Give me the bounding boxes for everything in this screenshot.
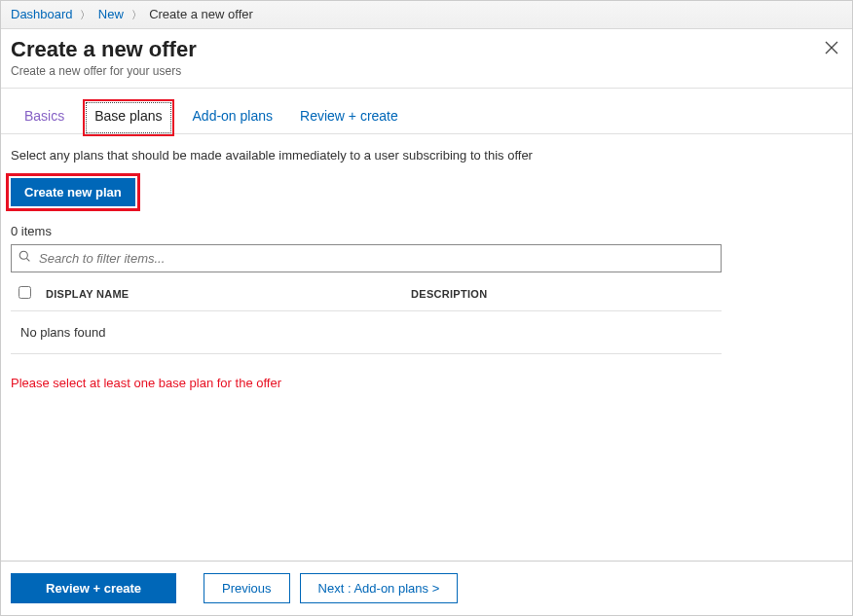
table-body: No plans found [11,311,722,354]
breadcrumb-item-current: Create a new offer [149,7,253,21]
previous-button[interactable]: Previous [204,573,290,603]
svg-point-2 [19,251,27,259]
breadcrumb: Dashboard 〉 New 〉 Create a new offer [1,1,852,29]
table-header-row: DISPLAY NAME DESCRIPTION [11,276,722,311]
column-display-name[interactable]: DISPLAY NAME [46,288,411,300]
empty-state-text: No plans found [11,311,722,353]
main-content: Select any plans that should be made ava… [1,134,852,400]
next-button[interactable]: Next : Add-on plans > [300,573,459,603]
validation-error: Please select at least one base plan for… [11,376,842,390]
search-icon [19,250,31,266]
tab-review[interactable]: Review + create [294,102,404,133]
tab-addon-plans[interactable]: Add-on plans [187,102,279,133]
svg-line-3 [26,258,29,261]
select-all-cell [19,286,46,301]
breadcrumb-item-dashboard[interactable]: Dashboard [11,7,73,21]
filter-input[interactable] [11,244,722,272]
chevron-right-icon: 〉 [131,9,142,20]
close-icon[interactable] [825,39,838,59]
chevron-right-icon: 〉 [80,9,91,20]
column-description[interactable]: DESCRIPTION [411,288,714,300]
tab-basics[interactable]: Basics [19,102,70,133]
select-all-checkbox[interactable] [19,286,31,299]
page-header: Create a new offer Create a new offer fo… [1,29,852,89]
page-title: Create a new offer [11,37,842,62]
review-create-button[interactable]: Review + create [11,573,176,603]
items-count-label: 0 items [11,224,842,238]
breadcrumb-item-new[interactable]: New [98,7,124,21]
tab-bar: Basics Base plans Add-on plans Review + … [1,89,852,134]
create-new-plan-button[interactable]: Create new plan [11,178,135,206]
filter-container [11,244,722,272]
instruction-text: Select any plans that should be made ava… [11,148,842,163]
tab-base-plans[interactable]: Base plans [86,102,170,133]
footer-bar: Review + create Previous Next : Add-on p… [1,561,852,615]
page-subtitle: Create a new offer for your users [11,64,842,78]
